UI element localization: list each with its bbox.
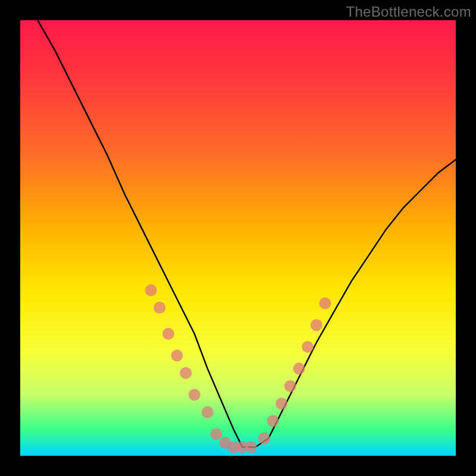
highlight-dot bbox=[210, 428, 222, 440]
curve-line bbox=[37, 20, 456, 447]
highlight-dot bbox=[258, 433, 270, 444]
chart-frame: TheBottleneck.com bbox=[0, 0, 476, 476]
watermark-label: TheBottleneck.com bbox=[346, 4, 471, 20]
highlight-dot bbox=[202, 406, 214, 418]
highlight-dot bbox=[154, 302, 165, 314]
highlight-dot bbox=[302, 341, 314, 353]
highlight-dot bbox=[319, 298, 331, 309]
highlight-markers bbox=[145, 284, 331, 453]
highlight-dot bbox=[180, 367, 192, 379]
highlight-dot bbox=[275, 397, 287, 409]
highlight-dot bbox=[311, 319, 322, 331]
bottleneck-curve-path bbox=[37, 20, 456, 447]
highlight-dot bbox=[162, 328, 174, 340]
highlight-dot bbox=[145, 284, 157, 296]
highlight-dot bbox=[293, 363, 305, 375]
highlight-dot bbox=[267, 415, 279, 427]
highlight-dot bbox=[284, 380, 296, 392]
chart-overlay bbox=[0, 0, 476, 476]
highlight-dot bbox=[189, 389, 201, 401]
highlight-dot bbox=[245, 441, 257, 453]
highlight-dot bbox=[171, 350, 183, 362]
